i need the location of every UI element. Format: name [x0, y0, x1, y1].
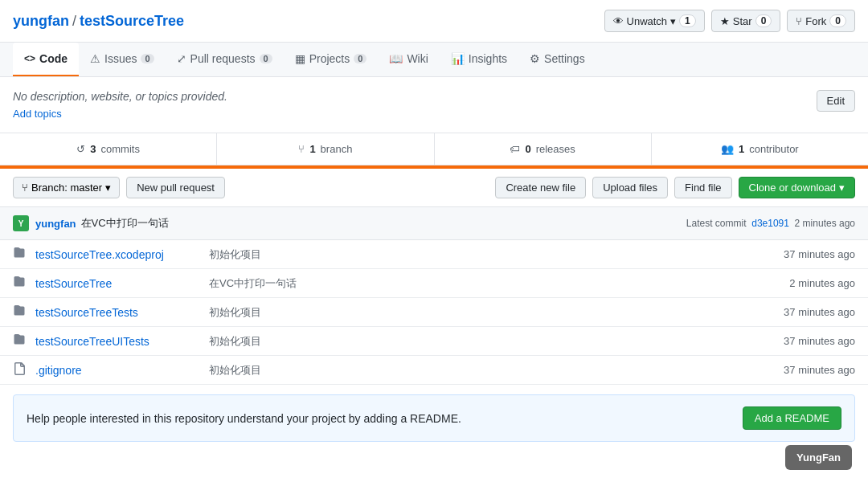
commits-count: 3	[90, 143, 96, 155]
unwatch-count: 1	[679, 14, 696, 27]
branches-count: 1	[309, 143, 315, 155]
file-list: testSourceTree.xcodeproj初始化项目37 minutes …	[0, 240, 868, 385]
code-icon: <>	[24, 53, 35, 64]
file-commit-message: 初始化项目	[196, 305, 751, 320]
commits-label: commits	[101, 143, 140, 155]
releases-label: releases	[536, 143, 575, 155]
commit-avatar: Y	[13, 215, 29, 231]
file-row: .gitignore初始化项目37 minutes ago	[0, 356, 868, 385]
file-commit-message: 在VC中打印一句话	[196, 276, 751, 291]
repo-title: yungfan / testSourceTree	[13, 13, 184, 30]
commit-hash[interactable]: d3e1091	[751, 218, 789, 229]
contributors-label: contributor	[749, 143, 798, 155]
latest-commit-row: Y yungfan 在VC中打印一句话 Latest commit d3e109…	[0, 207, 868, 240]
toolbar-left: ⑂ Branch: master ▾ New pull request	[13, 177, 225, 198]
file-row: testSourceTree在VC中打印一句话2 minutes ago	[0, 269, 868, 298]
insights-icon: 📊	[451, 52, 465, 65]
fork-count: 0	[829, 14, 846, 27]
repo-actions: 👁 Unwatch ▾ 1 ★ Star 0 ⑂ Fork 0	[604, 10, 855, 32]
star-button[interactable]: ★ Star 0	[711, 10, 781, 32]
clone-or-download-button[interactable]: Clone or download ▾	[739, 177, 855, 198]
pull-request-icon: ⤢	[177, 52, 186, 65]
folder-icon	[13, 333, 29, 349]
description-text: No description, website, or topics provi…	[13, 90, 227, 103]
projects-icon: ▦	[295, 52, 305, 65]
clone-label: Clone or download	[749, 182, 836, 194]
commit-time: 2 minutes ago	[795, 218, 855, 229]
fork-icon: ⑂	[796, 15, 802, 27]
tab-projects[interactable]: ▦ Projects 0	[284, 43, 379, 76]
contributors-stat[interactable]: 👥 1 contributor	[652, 133, 868, 165]
tab-pull-requests[interactable]: ⤢ Pull requests 0	[166, 43, 284, 76]
repo-name-link[interactable]: testSourceTree	[80, 13, 184, 30]
file-commit-message: 初始化项目	[196, 334, 751, 349]
contributors-count: 1	[739, 143, 744, 155]
add-topics-link[interactable]: Add topics	[13, 108, 227, 120]
branch-label: Branch: master	[31, 182, 102, 194]
description-area: No description, website, or topics provi…	[0, 77, 868, 133]
commit-user[interactable]: yungfan	[35, 218, 76, 230]
file-row: testSourceTreeTests初始化项目37 minutes ago	[0, 298, 868, 327]
file-name-link[interactable]: testSourceTree.xcodeproj	[35, 248, 196, 261]
toolbar-right: Create new file Upload files Find file C…	[495, 177, 855, 198]
repo-owner-link[interactable]: yungfan	[13, 13, 69, 30]
file-name-link[interactable]: testSourceTreeTests	[35, 306, 196, 319]
issues-icon: ⚠	[90, 52, 100, 65]
commit-meta: Latest commit d3e1091 2 minutes ago	[686, 218, 855, 229]
releases-stat[interactable]: 🏷 0 releases	[435, 133, 652, 165]
tab-code[interactable]: <> Code	[13, 43, 79, 76]
repo-nav: <> Code ⚠ Issues 0 ⤢ Pull requests 0 ▦ P…	[0, 43, 868, 77]
branch-icon: ⑂	[298, 143, 305, 155]
unwatch-button[interactable]: 👁 Unwatch ▾ 1	[604, 10, 705, 32]
wiki-icon: 📖	[389, 52, 403, 65]
star-icon: ★	[720, 15, 730, 27]
file-time: 37 minutes ago	[751, 364, 855, 376]
file-time: 2 minutes ago	[751, 277, 855, 289]
title-separator: /	[72, 13, 76, 30]
tab-issues[interactable]: ⚠ Issues 0	[79, 43, 166, 76]
file-name-link[interactable]: testSourceTree	[35, 277, 196, 290]
upload-files-button[interactable]: Upload files	[592, 177, 668, 198]
branch-selector[interactable]: ⑂ Branch: master ▾	[13, 177, 120, 198]
edit-description-button[interactable]: Edit	[817, 90, 855, 112]
new-pull-request-button[interactable]: New pull request	[126, 177, 225, 198]
unwatch-dropdown-icon: ▾	[670, 15, 676, 27]
description-block: No description, website, or topics provi…	[13, 90, 227, 120]
gear-icon: ⚙	[530, 52, 540, 65]
file-icon	[13, 362, 29, 378]
tab-wiki[interactable]: 📖 Wiki	[378, 43, 439, 76]
readme-text: Help people interested in this repositor…	[27, 412, 461, 425]
star-label: Star	[733, 15, 752, 27]
file-time: 37 minutes ago	[751, 248, 855, 260]
commits-icon: ↺	[76, 143, 85, 155]
branch-icon: ⑂	[22, 182, 28, 194]
tab-settings[interactable]: ⚙ Settings	[518, 43, 596, 76]
branches-stat[interactable]: ⑂ 1 branch	[217, 133, 434, 165]
branches-label: branch	[321, 143, 353, 155]
file-commit-message: 初始化项目	[196, 363, 751, 378]
tab-insights[interactable]: 📊 Insights	[440, 43, 518, 76]
watermark: YungFan	[785, 445, 852, 451]
file-commit-message: 初始化项目	[196, 247, 751, 262]
folder-icon	[13, 247, 29, 262]
star-count: 0	[755, 14, 772, 27]
file-time: 37 minutes ago	[751, 335, 855, 347]
stats-bar: ↺ 3 commits ⑂ 1 branch 🏷 0 releases 👥 1 …	[0, 133, 868, 165]
create-new-file-button[interactable]: Create new file	[495, 177, 586, 198]
eye-icon: 👁	[613, 15, 624, 27]
unwatch-label: Unwatch	[627, 15, 668, 27]
fork-button[interactable]: ⑂ Fork 0	[787, 10, 855, 32]
commits-stat[interactable]: ↺ 3 commits	[0, 133, 217, 165]
readme-banner: Help people interested in this repositor…	[13, 394, 855, 442]
file-name-link[interactable]: .gitignore	[35, 364, 196, 377]
repo-header: yungfan / testSourceTree 👁 Unwatch ▾ 1 ★…	[0, 0, 868, 43]
file-name-link[interactable]: testSourceTreeUITests	[35, 335, 196, 348]
chevron-down-icon: ▾	[105, 182, 111, 194]
file-row: testSourceTreeUITests初始化项目37 minutes ago	[0, 327, 868, 356]
add-readme-button[interactable]: Add a README	[743, 406, 841, 430]
people-icon: 👥	[721, 143, 734, 155]
releases-count: 0	[525, 143, 530, 155]
toolbar: ⑂ Branch: master ▾ New pull request Crea…	[0, 169, 868, 207]
find-file-button[interactable]: Find file	[674, 177, 732, 198]
folder-icon	[13, 276, 29, 291]
